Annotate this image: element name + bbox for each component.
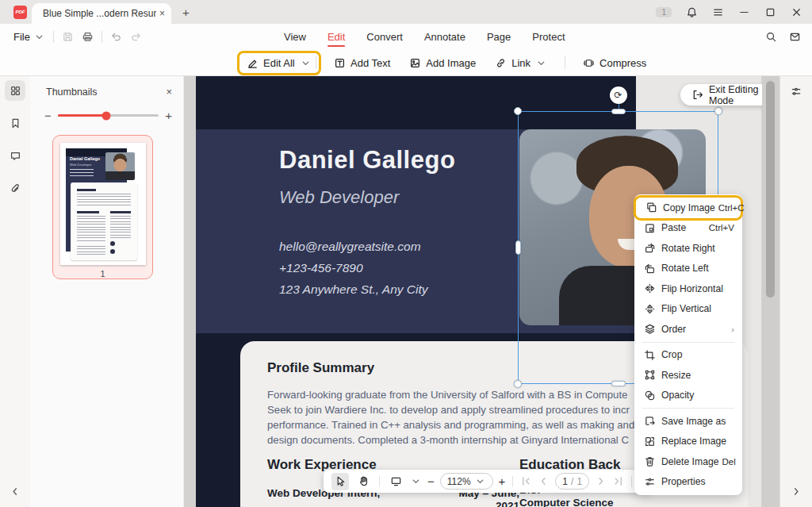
select-tool-button[interactable] [331, 473, 349, 490]
thumbnail-photo [105, 152, 135, 180]
link-icon [495, 57, 507, 69]
context-menu-rotate-left[interactable]: Rotate Left [634, 259, 742, 279]
properties-panel-sliders-icon[interactable] [791, 86, 802, 98]
chevron-down-icon[interactable] [410, 475, 422, 487]
chevron-down-icon [474, 475, 486, 487]
zoom-in-button[interactable]: + [499, 474, 506, 488]
context-menu-save-image-as[interactable]: Save Image as [634, 411, 742, 432]
menu-edit[interactable]: Edit [327, 25, 345, 48]
redo-icon[interactable] [130, 31, 142, 43]
context-menu-properties[interactable]: Properties [634, 472, 742, 493]
bookmarks-panel-button[interactable] [5, 113, 25, 133]
comment-icon [10, 150, 21, 162]
rotate-left-icon [644, 263, 656, 275]
menu-protect[interactable]: Protect [532, 25, 565, 48]
document-canvas[interactable]: Daniel Gallego Web Developer hello@reall… [184, 76, 779, 507]
thumbnail-page-number: 1 [53, 269, 152, 278]
vertical-scrollbar[interactable] [762, 76, 779, 507]
hamburger-menu-icon[interactable] [712, 6, 724, 18]
menu-annotate[interactable]: Annotate [424, 25, 465, 48]
attachments-panel-button[interactable] [5, 178, 25, 198]
divider [316, 56, 316, 69]
tab-close-icon[interactable]: × [159, 8, 165, 19]
hand-tool-button[interactable] [354, 473, 372, 490]
close-window-button[interactable] [791, 6, 802, 18]
context-menu-resize[interactable]: Resize [634, 365, 742, 386]
mail-icon[interactable] [789, 31, 801, 43]
previous-page-button[interactable] [538, 475, 550, 487]
context-menu-paste[interactable]: Paste Ctrl+V [634, 218, 742, 239]
context-menu-order[interactable]: Order › [634, 319, 742, 340]
menu-page[interactable]: Page [487, 25, 511, 48]
zoom-out-button[interactable]: − [427, 474, 435, 488]
order-layers-icon [644, 323, 656, 335]
properties-sliders-icon [644, 476, 656, 488]
edit-all-button[interactable]: Edit All [240, 54, 318, 72]
menu-row: File View Edit Convert Annotate Page Pro… [0, 24, 812, 50]
crop-icon [644, 349, 656, 361]
add-text-button[interactable]: Add Text [327, 54, 396, 72]
maximize-button[interactable] [764, 6, 776, 18]
page-thumbnail-selected[interactable]: Daniel Gallego Web Developer 1 [52, 135, 153, 279]
resume-name: Daniel Gallego [279, 146, 455, 175]
job-date-year: 2021 [432, 500, 519, 507]
slider-knob[interactable] [102, 111, 110, 120]
left-icon-rail [0, 76, 30, 507]
submenu-chevron-icon: › [731, 325, 734, 334]
thumbnails-panel: Thumbnails × − + Daniel Gallego Web Deve… [30, 76, 184, 507]
thumbnail-size-slider[interactable] [58, 114, 159, 117]
collapse-panel-chevron-icon[interactable] [10, 486, 21, 497]
exit-icon [691, 89, 703, 101]
expand-panel-chevron-icon[interactable] [791, 486, 802, 497]
comments-panel-button[interactable] [5, 145, 25, 166]
opacity-icon [644, 390, 656, 401]
thumbnails-panel-button[interactable] [5, 80, 25, 101]
zoom-level-dropdown[interactable]: 112% [440, 473, 493, 490]
menu-view[interactable]: View [284, 25, 306, 48]
screen-icon [390, 475, 402, 487]
profile-summary-text: Forward-looking graduate from the Univer… [267, 387, 634, 447]
undo-icon[interactable] [110, 31, 122, 43]
next-page-button[interactable] [595, 475, 607, 487]
thumbnails-grid-icon [10, 85, 21, 97]
copy-icon [645, 202, 657, 213]
zoom-out-thumbnails-button[interactable]: − [44, 109, 52, 122]
chevron-down-icon [535, 57, 547, 69]
save-icon[interactable] [62, 31, 74, 43]
zoom-in-thumbnails-button[interactable]: + [165, 109, 172, 122]
new-tab-button[interactable]: + [182, 6, 190, 19]
paste-icon [644, 222, 656, 234]
right-icon-rail [779, 76, 812, 507]
context-menu-delete-image[interactable]: Delete Image Del [634, 451, 742, 472]
divider [379, 476, 380, 487]
context-menu-rotate-right[interactable]: Rotate Right [634, 238, 742, 259]
presentation-mode-button[interactable] [387, 473, 404, 490]
notifications-bell-icon[interactable] [686, 6, 698, 18]
document-tab[interactable]: Blue Simple ...odern Resume × [32, 3, 171, 24]
link-button[interactable]: Link [488, 54, 553, 72]
file-menu[interactable]: File [13, 31, 45, 43]
search-icon[interactable] [765, 31, 777, 43]
last-page-button[interactable] [612, 475, 624, 487]
page-number-box[interactable]: 1 / 1 [555, 473, 589, 490]
hand-icon [358, 475, 370, 487]
print-icon[interactable] [82, 31, 94, 43]
update-badge[interactable]: 1 [656, 7, 672, 17]
thumbnail-page-preview: Daniel Gallego Web Developer [60, 143, 146, 265]
add-image-button[interactable]: Add Image [403, 54, 482, 72]
context-menu-crop[interactable]: Crop [634, 345, 742, 366]
context-menu-copy-image[interactable]: Copy Image Ctrl+C [636, 198, 741, 218]
first-page-button[interactable] [520, 475, 532, 487]
compress-button[interactable]: Compress [576, 54, 653, 72]
edit-all-highlight: Edit All [237, 51, 321, 75]
context-menu-flip-horizontal[interactable]: Flip Horizontal [634, 278, 742, 299]
context-menu-opacity[interactable]: Opacity [634, 386, 742, 406]
close-panel-icon[interactable]: × [166, 86, 172, 98]
context-menu-replace-image[interactable]: Replace Image [634, 432, 742, 452]
scrollbar-thumb[interactable] [766, 81, 775, 298]
context-menu-flip-vertical[interactable]: Flip Vertical [634, 299, 742, 320]
minimize-button[interactable] [738, 6, 750, 18]
tool-row: Edit All Add Text Add Image Link Compres… [0, 50, 812, 76]
menu-convert[interactable]: Convert [366, 25, 403, 48]
degree-field: Computer Science [519, 497, 614, 507]
